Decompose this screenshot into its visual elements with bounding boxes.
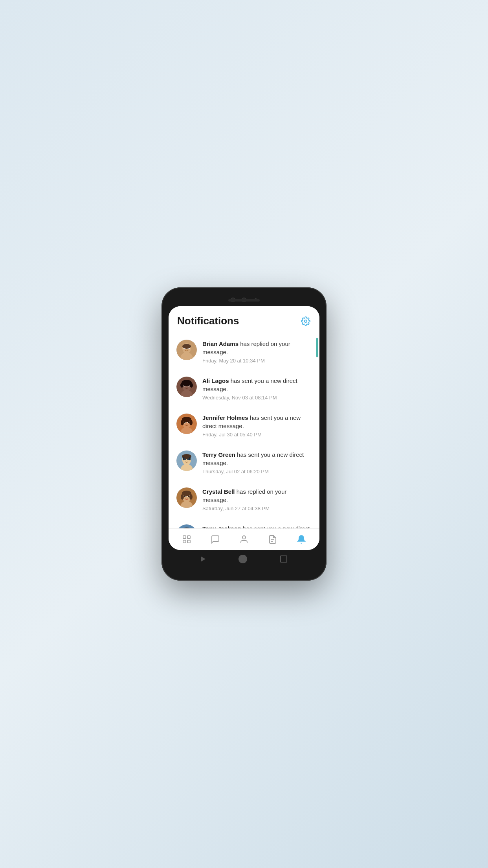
notification-timestamp: Saturday, Jun 27 at 04:38 PM — [202, 506, 312, 511]
notification-text-block: Terry Green has sent you a new direct me… — [202, 451, 312, 474]
svg-point-8 — [182, 344, 191, 349]
home-button[interactable] — [238, 555, 247, 563]
avatar — [176, 487, 197, 508]
scrollbar[interactable] — [316, 338, 318, 357]
svg-point-18 — [190, 383, 193, 388]
notification-text-block: Tony Jackson has sent you a new direct m… — [202, 524, 312, 528]
svg-point-60 — [242, 536, 246, 539]
phone-bottom-bar — [169, 550, 319, 566]
svg-rect-59 — [187, 540, 190, 543]
document-icon — [268, 535, 277, 544]
notification-item[interactable]: Crystal Bell has replied on your message… — [169, 481, 319, 518]
nav-home-button[interactable] — [182, 534, 192, 544]
avatar — [176, 524, 197, 528]
svg-point-47 — [189, 494, 193, 500]
svg-rect-36 — [183, 457, 184, 460]
notification-text-block: Ali Lagos has sent you a new direct mess… — [202, 377, 312, 401]
notification-item[interactable]: Jennifer Holmes has sent you a new direc… — [169, 407, 319, 444]
notification-message: Jennifer Holmes has sent you a new direc… — [202, 414, 312, 430]
gear-icon — [301, 316, 310, 326]
notification-text-block: Crystal Bell has replied on your message… — [202, 487, 312, 511]
notification-timestamp: Friday, Jul 30 at 05:40 PM — [202, 432, 312, 438]
phone-device: Notifications Brian Adams has r — [161, 287, 327, 581]
grid-icon — [182, 535, 191, 544]
avatar — [176, 340, 197, 360]
notification-message: Crystal Bell has replied on your message… — [202, 487, 312, 504]
nav-files-button[interactable] — [268, 534, 278, 544]
person-icon — [239, 535, 249, 544]
nav-profile-button[interactable] — [239, 534, 249, 544]
notification-item[interactable]: Ali Lagos has sent you a new direct mess… — [169, 370, 319, 407]
svg-point-28 — [189, 420, 193, 425]
notification-message: Ali Lagos has sent you a new direct mess… — [202, 377, 312, 393]
notification-message: Terry Green has sent you a new direct me… — [202, 451, 312, 467]
svg-rect-37 — [189, 457, 191, 460]
notification-message: Brian Adams has replied on your message. — [202, 340, 312, 356]
chat-icon — [211, 535, 220, 544]
svg-point-17 — [180, 383, 183, 388]
phone-top-bar — [169, 294, 319, 306]
notification-text-block: Brian Adams has replied on your message.… — [202, 340, 312, 364]
avatar — [176, 377, 197, 397]
notifications-list: Brian Adams has replied on your message.… — [169, 333, 319, 528]
app-content: Notifications Brian Adams has r — [169, 306, 319, 550]
notification-timestamp: Thursday, Jul 02 at 06:20 PM — [202, 469, 312, 474]
speaker-bar — [228, 299, 260, 302]
notification-text-block: Jennifer Holmes has sent you a new direc… — [202, 414, 312, 438]
svg-point-27 — [181, 420, 184, 425]
bottom-nav — [169, 528, 319, 550]
nav-notifications-button[interactable] — [296, 534, 306, 544]
nav-messages-button[interactable] — [210, 534, 220, 544]
svg-rect-58 — [183, 540, 186, 543]
avatar — [176, 451, 197, 471]
bell-icon — [297, 535, 306, 544]
svg-point-0 — [305, 320, 307, 322]
phone-screen: Notifications Brian Adams has r — [169, 306, 319, 550]
notification-timestamp: Wednesday, Nov 03 at 08:14 PM — [202, 395, 312, 401]
avatar — [176, 414, 197, 434]
back-button[interactable] — [201, 556, 205, 562]
page-title: Notifications — [177, 315, 239, 327]
recents-button[interactable] — [280, 555, 287, 563]
notification-item[interactable]: Tony Jackson has sent you a new direct m… — [169, 518, 319, 528]
notification-message: Tony Jackson has sent you a new direct m… — [202, 524, 312, 528]
header: Notifications — [169, 306, 319, 333]
svg-rect-56 — [183, 536, 186, 539]
notification-item[interactable]: Terry Green has sent you a new direct me… — [169, 444, 319, 481]
svg-rect-57 — [187, 536, 190, 539]
notification-item[interactable]: Brian Adams has replied on your message.… — [169, 333, 319, 370]
settings-button[interactable] — [301, 316, 311, 326]
svg-point-46 — [181, 494, 184, 500]
notification-timestamp: Friday, May 20 at 10:34 PM — [202, 358, 312, 364]
